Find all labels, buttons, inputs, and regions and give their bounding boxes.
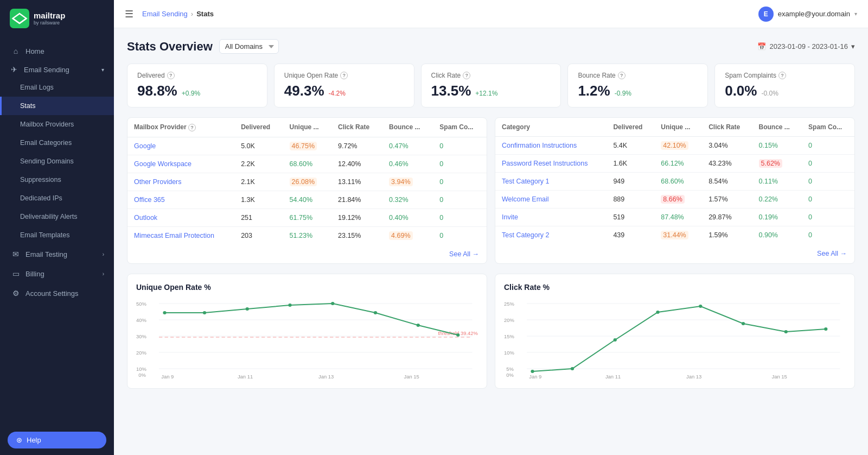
date-range-picker[interactable]: 📅 2023-01-09 - 2023-01-16 ▾	[757, 42, 855, 50]
logo-subtext: by railsware	[34, 20, 65, 26]
sidebar-item-account-settings[interactable]: ⚙ Account Settings	[0, 283, 114, 303]
mailbox-provider-info-icon[interactable]: ?	[188, 124, 196, 131]
sidebar-item-email-testing[interactable]: ✉ Email Testing ›	[0, 244, 114, 264]
table-row: Welcome Email 889 8.66% 1.57% 0.22% 0	[495, 191, 854, 208]
kpi-delivered-info[interactable]: ?	[167, 72, 175, 79]
cell-unique: 46.75%	[283, 137, 331, 155]
svg-point-41	[571, 367, 574, 370]
kpi-bounce-rate: Bounce Rate ? 1.2% -0.9%	[567, 64, 708, 108]
cell-delivered: 2.1K	[234, 173, 283, 191]
cell-bounce: 0.47%	[382, 137, 433, 155]
cell-cat-click: 8.54%	[702, 173, 752, 191]
sidebar-item-deliverability-alerts[interactable]: Deliverability Alerts	[0, 207, 114, 226]
svg-point-17	[163, 311, 166, 314]
sidebar-item-email-templates[interactable]: Email Templates	[0, 226, 114, 244]
sidebar-item-email-logs[interactable]: Email Logs	[0, 78, 114, 97]
svg-point-22	[374, 311, 377, 314]
cell-cat-spam: 0	[802, 208, 854, 226]
cell-cat-bounce: 0.22%	[752, 191, 802, 208]
col-click-rate: Click Rate	[331, 118, 382, 137]
kpi-unique-open-rate-info[interactable]: ?	[340, 72, 348, 79]
domain-select[interactable]: All Domains	[219, 39, 279, 54]
click-rate-chart-area: 25% 20% 15% 10% 5% 0%	[504, 298, 846, 380]
help-button[interactable]: ⊛ Help	[8, 432, 106, 448]
svg-text:40%: 40%	[136, 318, 146, 323]
svg-point-20	[288, 304, 291, 307]
cell-cat-delivered: 519	[607, 208, 654, 226]
cell-unique: 68.60%	[283, 155, 331, 173]
svg-text:10%: 10%	[504, 350, 514, 356]
table-row: Other Providers 2.1K 26.08% 13.11% 3.94%…	[127, 173, 487, 191]
cell-name: Other Providers	[127, 173, 234, 191]
sidebar-item-email-categories[interactable]: Email Categories	[0, 134, 114, 152]
cell-cat-delivered: 889	[607, 191, 654, 208]
cell-category-name: Test Category 2	[495, 226, 607, 244]
kpi-bounce-rate-info[interactable]: ?	[618, 72, 626, 79]
cell-cat-unique: 31.44%	[654, 226, 702, 244]
cell-cat-delivered: 1.6K	[607, 155, 654, 173]
tables-row: Mailbox Provider ? Delivered Unique ... …	[127, 117, 855, 264]
calendar-icon: 📅	[757, 42, 766, 50]
svg-text:Jan 13: Jan 13	[686, 374, 701, 380]
cell-name: Office 365	[127, 191, 234, 208]
sidebar-item-mailbox-providers[interactable]: Mailbox Providers	[0, 115, 114, 134]
sidebar-item-home-label: Home	[25, 47, 44, 55]
col-cat-bounce: Bounce ...	[752, 118, 802, 137]
kpi-spam-complaints: Spam Complaints ? 0.0% -0.0%	[714, 64, 855, 108]
kpi-unique-open-rate: Unique Open Rate ? 49.3% -4.2%	[274, 64, 414, 108]
help-icon: ⊛	[16, 436, 22, 444]
hamburger-icon[interactable]: ☰	[125, 8, 133, 20]
table-row: Invite 519 87.48% 29.87% 0.19% 0	[495, 208, 854, 226]
kpi-click-rate-change: +12.1%	[475, 90, 497, 97]
cell-cat-click: 3.04%	[702, 137, 752, 155]
cell-click: 21.84%	[331, 191, 382, 208]
svg-text:50%: 50%	[136, 301, 146, 307]
svg-text:Jan 9: Jan 9	[529, 374, 541, 380]
svg-text:0%: 0%	[506, 372, 514, 378]
table-row: Office 365 1.3K 54.40% 21.84% 0.32% 0	[127, 191, 487, 208]
cell-click: 13.11%	[331, 173, 382, 191]
category-see-all-link[interactable]: See All →	[817, 250, 847, 257]
col-cat-unique: Unique ...	[654, 118, 702, 137]
cell-delivered: 2.2K	[234, 155, 283, 173]
kpi-bounce-rate-value: 1.2%	[578, 83, 610, 99]
sidebar-item-home[interactable]: ⌂ Home	[0, 41, 114, 61]
sidebar-item-email-sending-label: Email Sending	[24, 66, 69, 74]
sidebar-item-deliverability-alerts-label: Deliverability Alerts	[20, 213, 78, 220]
svg-text:20%: 20%	[504, 318, 514, 323]
cell-category-name: Confirmation Instructions	[495, 137, 607, 155]
cell-click: 19.12%	[331, 208, 382, 226]
click-rate-chart-card: Click Rate % 25% 20% 15% 10%	[495, 274, 855, 389]
stats-title-row: Stats Overview All Domains	[127, 39, 279, 54]
sidebar-item-stats[interactable]: Stats	[0, 97, 114, 115]
breadcrumb-parent[interactable]: Email Sending	[142, 10, 188, 18]
kpi-click-rate-info[interactable]: ?	[463, 72, 470, 79]
topbar: ☰ Email Sending › Stats E example@your.d…	[114, 0, 868, 28]
sidebar-item-billing[interactable]: ▭ Billing ›	[0, 264, 114, 283]
cell-cat-bounce: 0.11%	[752, 173, 802, 191]
cell-unique: 54.40%	[283, 191, 331, 208]
sidebar-item-sending-domains[interactable]: Sending Domains	[0, 152, 114, 170]
svg-point-46	[784, 330, 788, 333]
svg-point-23	[417, 324, 420, 327]
user-menu-chevron[interactable]: ▾	[854, 11, 857, 17]
sidebar-item-dedicated-ips[interactable]: Dedicated IPs	[0, 189, 114, 207]
sidebar-item-suppressions[interactable]: Suppressions	[0, 170, 114, 189]
kpi-spam-complaints-info[interactable]: ?	[778, 72, 786, 79]
col-mailbox-provider: Mailbox Provider ?	[127, 118, 234, 137]
sidebar-item-email-sending[interactable]: ✈ Email Sending ▾	[0, 61, 114, 78]
svg-point-43	[656, 311, 659, 314]
cell-cat-spam: 0	[802, 226, 854, 244]
cell-spam: 0	[433, 137, 487, 155]
svg-text:15%: 15%	[504, 334, 514, 339]
billing-icon: ▭	[11, 269, 20, 278]
mailbox-see-all-link[interactable]: See All →	[449, 250, 479, 258]
table-row: Password Reset Instructions 1.6K 66.12% …	[495, 155, 854, 173]
sidebar: mailtrap by railsware ⌂ Home ✈ Email Sen…	[0, 0, 114, 455]
sidebar-item-email-logs-label: Email Logs	[20, 84, 54, 91]
cell-cat-click: 43.23%	[702, 155, 752, 173]
cell-cat-delivered: 439	[607, 226, 654, 244]
col-cat-spam: Spam Co...	[802, 118, 854, 137]
sidebar-item-email-templates-label: Email Templates	[20, 231, 69, 239]
svg-text:5%: 5%	[506, 366, 514, 372]
